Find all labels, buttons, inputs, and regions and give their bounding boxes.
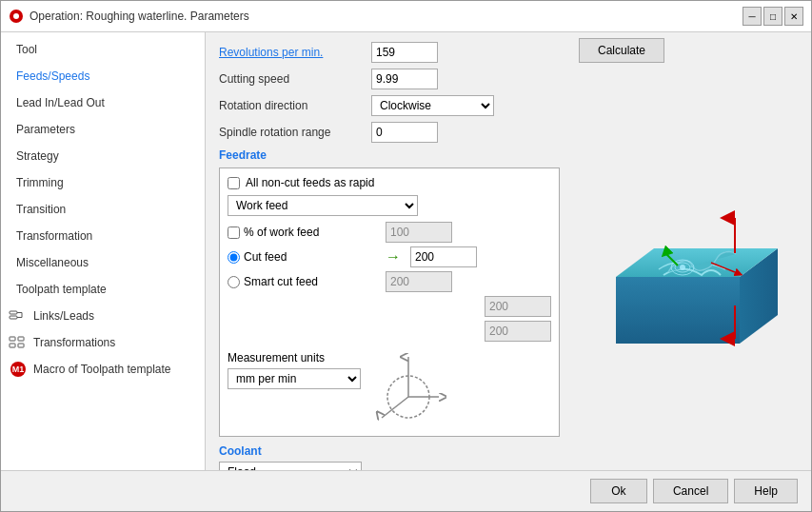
cut-feed-row: Cut feed →	[228, 246, 551, 267]
sidebar-label-trimming: Trimming	[16, 176, 64, 189]
feed-diagram	[370, 349, 446, 428]
ok-button[interactable]: Ok	[590, 479, 647, 503]
sidebar-label-transformations: Transformations	[33, 336, 115, 349]
cutting-speed-label: Cutting speed	[219, 72, 371, 86]
smart-cut-label-area: Smart cut feed	[228, 275, 380, 288]
revolutions-input[interactable]	[371, 42, 438, 63]
extra-feed-row-2	[228, 321, 551, 342]
links-leads-icon	[9, 308, 28, 324]
percent-work-label: % of work feed	[244, 226, 319, 239]
sidebar-label-parameters: Parameters	[16, 123, 75, 136]
sidebar-label-transformation: Transformation	[16, 229, 92, 243]
percent-work-input[interactable]	[386, 222, 452, 243]
cancel-button[interactable]: Cancel	[653, 479, 728, 503]
spindle-range-row: Spindle rotation range	[219, 122, 560, 143]
sidebar: Tool Feeds/Speeds Lead In/Lead Out Param…	[1, 32, 206, 470]
work-feed-row: Work feed Cut feed Plunge feed	[228, 195, 551, 216]
sidebar-label-tool: Tool	[16, 43, 37, 56]
sidebar-label-macro: Macro of Toolpath template	[33, 363, 171, 376]
svg-line-14	[382, 397, 408, 418]
window-controls: ─ □ ✕	[743, 7, 803, 26]
extra-feed-input-1[interactable]	[485, 296, 551, 317]
sidebar-item-transformations[interactable]: Transformations	[1, 329, 205, 356]
extra-feed-row-1	[228, 296, 551, 317]
sidebar-item-toolpath-template[interactable]: Toolpath template	[1, 276, 205, 303]
svg-rect-7	[10, 337, 15, 341]
help-button[interactable]: Help	[734, 479, 798, 503]
sidebar-item-trimming[interactable]: Trimming	[1, 169, 205, 196]
percent-work-label-area: % of work feed	[228, 226, 380, 239]
svg-marker-15	[616, 277, 740, 344]
sidebar-item-links-leads[interactable]: Links/Leads	[1, 303, 205, 329]
svg-rect-2	[10, 311, 17, 314]
sidebar-label-miscellaneous: Miscellaneous	[16, 256, 89, 269]
smart-cut-row: Smart cut feed	[228, 271, 551, 292]
coolant-section: Coolant Flood Mist None	[219, 444, 560, 470]
right-panel: Calculate	[573, 32, 811, 470]
app-icon	[9, 9, 24, 24]
sidebar-item-tool[interactable]: Tool	[1, 36, 205, 63]
svg-point-20	[680, 265, 685, 270]
cnc-preview-svg	[587, 163, 797, 372]
feedrate-box: All non-cut feeds as rapid Work feed Cut…	[219, 167, 560, 437]
sidebar-item-feeds-speeds[interactable]: Feeds/Speeds	[1, 63, 205, 89]
svg-rect-3	[10, 316, 17, 319]
preview-image	[579, 70, 805, 464]
svg-rect-9	[10, 344, 15, 347]
calculate-button[interactable]: Calculate	[579, 38, 664, 63]
main-split: Revolutions per min. Cutting speed Rotat…	[206, 32, 811, 470]
coolant-header: Coolant	[219, 444, 560, 458]
sidebar-item-transition[interactable]: Transition	[1, 196, 205, 223]
all-non-cut-label: All non-cut feeds as rapid	[246, 176, 374, 189]
revolutions-row: Revolutions per min.	[219, 42, 560, 63]
sidebar-item-strategy[interactable]: Strategy	[1, 143, 205, 169]
sidebar-label-links-leads: Links/Leads	[33, 309, 94, 323]
percent-work-checkbox[interactable]	[228, 226, 240, 239]
cut-feed-label: Cut feed	[244, 250, 287, 264]
svg-rect-10	[18, 344, 24, 347]
sidebar-item-lead-in-out[interactable]: Lead In/Lead Out	[1, 89, 205, 116]
title-bar: Operation: Roughing waterline. Parameter…	[1, 1, 811, 32]
svg-rect-8	[18, 337, 24, 341]
cut-feed-radio[interactable]	[228, 251, 240, 264]
coolant-select[interactable]: Flood Mist None	[219, 462, 362, 470]
bottom-bar: Ok Cancel Help	[1, 470, 811, 511]
rotation-direction-row: Rotation direction Clockwise Counter-clo…	[219, 95, 560, 116]
main-window: Operation: Roughing waterline. Parameter…	[0, 0, 812, 512]
percent-work-row: % of work feed	[228, 222, 551, 243]
cutting-speed-row: Cutting speed	[219, 69, 560, 89]
close-button[interactable]: ✕	[784, 7, 803, 26]
sidebar-label-transition: Transition	[16, 203, 66, 216]
sidebar-item-macro[interactable]: M1 Macro of Toolpath template	[1, 356, 205, 383]
cut-feed-label-area: Cut feed	[228, 250, 380, 264]
sidebar-label-toolpath-template: Toolpath template	[16, 283, 107, 296]
maximize-button[interactable]: □	[763, 7, 782, 26]
work-feed-select[interactable]: Work feed Cut feed Plunge feed	[228, 195, 418, 216]
sidebar-label-strategy: Strategy	[16, 149, 59, 163]
rotation-direction-select[interactable]: Clockwise Counter-clockwise	[371, 95, 494, 116]
measurement-units-label: Measurement units	[228, 351, 325, 364]
smart-cut-label: Smart cut feed	[244, 275, 318, 288]
sidebar-item-transformation[interactable]: Transformation	[1, 223, 205, 249]
minimize-button[interactable]: ─	[743, 7, 762, 26]
measurement-row: Measurement units	[228, 351, 361, 364]
window-title: Operation: Roughing waterline. Parameter…	[30, 10, 737, 23]
main-content: Tool Feeds/Speeds Lead In/Lead Out Param…	[1, 32, 811, 470]
transformations-icon	[9, 335, 28, 350]
spindle-range-label: Spindle rotation range	[219, 126, 371, 139]
sidebar-item-parameters[interactable]: Parameters	[1, 116, 205, 143]
smart-cut-radio[interactable]	[228, 276, 240, 288]
smart-cut-input[interactable]	[386, 271, 452, 292]
sidebar-item-miscellaneous[interactable]: Miscellaneous	[1, 249, 205, 276]
cutting-speed-input[interactable]	[371, 69, 438, 89]
measurement-units-select[interactable]: mm per min mm per rev inch per min inch …	[228, 368, 361, 389]
revolutions-label[interactable]: Revolutions per min.	[219, 46, 371, 59]
cut-feed-arrow: →	[386, 248, 401, 266]
cut-feed-input[interactable]	[410, 246, 477, 267]
all-non-cut-checkbox[interactable]	[228, 177, 240, 189]
measurement-area: Measurement units mm per min mm per rev …	[228, 347, 361, 389]
rotation-direction-label: Rotation direction	[219, 99, 371, 112]
left-forms: Revolutions per min. Cutting speed Rotat…	[206, 32, 573, 470]
spindle-range-input[interactable]	[371, 122, 438, 143]
extra-feed-input-2[interactable]	[485, 321, 551, 342]
